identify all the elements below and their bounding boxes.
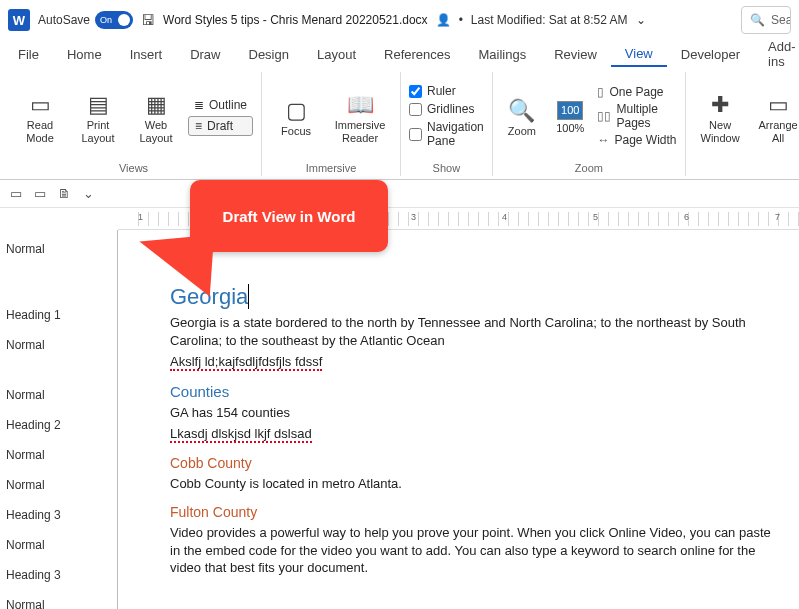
tab-design[interactable]: Design [235, 43, 303, 66]
arrange-all-icon: ▭ [768, 92, 789, 117]
paragraph[interactable]: Georgia is a state bordered to the north… [170, 314, 779, 349]
style-row: Normal [0, 380, 117, 410]
ribbon-group-show: Ruler Gridlines Navigation Pane Show [401, 72, 493, 176]
style-row: Normal [0, 530, 117, 560]
tab-file[interactable]: File [4, 43, 53, 66]
tab-home[interactable]: Home [53, 43, 116, 66]
style-row: Heading 1 [0, 300, 117, 330]
style-row: Normal [0, 440, 117, 470]
focus-icon: ▢ [286, 98, 307, 123]
outline-button[interactable]: ≣ Outline [188, 96, 253, 114]
tab-view[interactable]: View [611, 42, 667, 67]
tab-references[interactable]: References [370, 43, 464, 66]
quick-access-bar: ▭ ▭ 🗎 ⌄ [0, 180, 799, 208]
web-layout-button[interactable]: ▦ Web Layout [130, 88, 182, 145]
gridlines-checkbox[interactable]: Gridlines [409, 101, 484, 117]
page-width-button[interactable]: ↔Page Width [597, 133, 677, 147]
paragraph[interactable]: GA has 154 counties [170, 404, 779, 422]
chevron-down-icon[interactable]: ⌄ [636, 13, 646, 27]
document-body[interactable]: Georgia Georgia is a state bordered to t… [118, 230, 799, 609]
tab-mailings[interactable]: Mailings [465, 43, 541, 66]
views-group-label: Views [14, 160, 253, 176]
print-layout-icon: ▤ [88, 92, 109, 117]
document-area: Normal Heading 1 Normal Normal Heading 2… [0, 230, 799, 609]
tab-review[interactable]: Review [540, 43, 611, 66]
outline-icon: ≣ [194, 98, 204, 112]
autosave-toggle[interactable]: AutoSave On [38, 11, 133, 29]
ruler-checkbox[interactable]: Ruler [409, 83, 484, 99]
immersive-reader-button[interactable]: 📖 Immersive Reader [328, 88, 392, 145]
ribbon-group-views: ▭ Read Mode ▤ Print Layout ▦ Web Layout … [6, 72, 262, 176]
paragraph-misspelled[interactable]: Akslfj ld;kajfsdljfdsfjls fdssf [170, 353, 779, 371]
arrange-all-button[interactable]: ▭ Arrange All [752, 88, 799, 145]
search-placeholder: Sea [771, 13, 791, 27]
multiple-pages-icon: ▯▯ [597, 109, 611, 123]
style-row: Normal [0, 590, 117, 609]
immersive-reader-icon: 📖 [347, 92, 374, 117]
paragraph[interactable]: Cobb County is located in metro Atlanta. [170, 475, 779, 493]
paragraph-misspelled[interactable]: Lkasdj dlskjsd lkjf dslsad [170, 425, 779, 443]
tab-layout[interactable]: Layout [303, 43, 370, 66]
quick-dropdown-icon[interactable]: ⌄ [83, 186, 94, 201]
heading-1-text[interactable]: Georgia [170, 284, 779, 310]
navigation-pane-checkbox[interactable]: Navigation Pane [409, 119, 484, 149]
quick-book-icon[interactable]: ▭ [34, 186, 46, 201]
style-row: Normal [0, 470, 117, 500]
annotation-callout: Draft View in Word [190, 180, 388, 252]
read-mode-icon: ▭ [30, 92, 51, 117]
quick-folder-icon[interactable]: ▭ [10, 186, 22, 201]
tab-developer[interactable]: Developer [667, 43, 754, 66]
show-group-label: Show [409, 160, 484, 176]
immersive-group-label: Immersive [270, 160, 392, 176]
tab-draw[interactable]: Draw [176, 43, 234, 66]
share-user-icon[interactable]: 👤 [436, 13, 451, 27]
search-input[interactable]: 🔍 Sea [741, 6, 791, 34]
print-layout-button[interactable]: ▤ Print Layout [72, 88, 124, 145]
draft-icon: ≡ [195, 119, 202, 133]
word-app-icon: W [8, 9, 30, 31]
zoom-icon: 🔍 [508, 98, 535, 123]
focus-button[interactable]: ▢ Focus [270, 94, 322, 138]
read-mode-button[interactable]: ▭ Read Mode [14, 88, 66, 145]
autosave-switch[interactable]: On [95, 11, 133, 29]
zoom-100-button[interactable]: 100 100% [549, 97, 591, 134]
title-bar: W AutoSave On 🖫 Word Styles 5 tips - Chr… [0, 0, 799, 40]
save-icon[interactable]: 🖫 [141, 12, 155, 28]
one-page-icon: ▯ [597, 85, 604, 99]
document-filename: Word Styles 5 tips - Chris Menard 202205… [163, 13, 428, 27]
style-row: Heading 3 [0, 560, 117, 590]
zoom-100-icon: 100 [557, 101, 583, 120]
ribbon-tabs: File Home Insert Draw Design Layout Refe… [0, 40, 799, 68]
style-row: Heading 3 [0, 500, 117, 530]
style-row: Heading 2 [0, 410, 117, 440]
style-row: Normal [0, 330, 117, 360]
draft-button[interactable]: ≡ Draft [188, 116, 253, 136]
ribbon: ▭ Read Mode ▤ Print Layout ▦ Web Layout … [0, 68, 799, 180]
autosave-label: AutoSave [38, 13, 90, 27]
paragraph[interactable]: Video provides a powerful way to help yo… [170, 524, 779, 577]
heading-3-text[interactable]: Cobb County [170, 455, 779, 471]
multiple-pages-button[interactable]: ▯▯Multiple Pages [597, 102, 677, 130]
quick-page-icon[interactable]: 🗎 [58, 186, 71, 201]
heading-3-text[interactable]: Fulton County [170, 504, 779, 520]
zoom-group-label: Zoom [501, 160, 677, 176]
last-modified-label: Last Modified: Sat at 8:52 AM [471, 13, 628, 27]
ribbon-group-window: ✚ New Window ▭ Arrange All [686, 72, 799, 176]
ribbon-group-immersive: ▢ Focus 📖 Immersive Reader Immersive [262, 72, 401, 176]
search-icon: 🔍 [750, 13, 765, 27]
new-window-button[interactable]: ✚ New Window [694, 88, 746, 145]
style-row: Normal [0, 234, 117, 264]
style-area-pane: Normal Heading 1 Normal Normal Heading 2… [0, 230, 118, 609]
tab-insert[interactable]: Insert [116, 43, 177, 66]
one-page-button[interactable]: ▯One Page [597, 85, 677, 99]
page-width-icon: ↔ [597, 133, 609, 147]
new-window-icon: ✚ [711, 92, 729, 117]
heading-2-text[interactable]: Counties [170, 383, 779, 400]
zoom-button[interactable]: 🔍 Zoom [501, 94, 543, 138]
web-layout-icon: ▦ [146, 92, 167, 117]
tab-addins[interactable]: Add-ins [754, 35, 799, 73]
ribbon-group-zoom: 🔍 Zoom 100 100% ▯One Page ▯▯Multiple Pag… [493, 72, 686, 176]
